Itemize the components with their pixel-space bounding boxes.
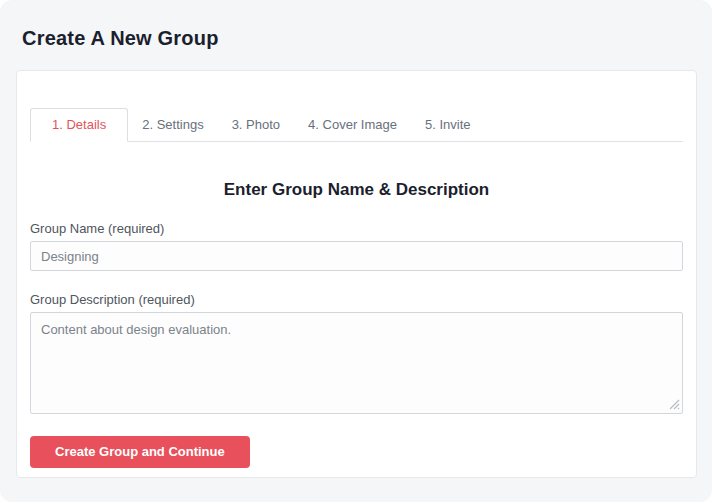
create-group-button[interactable]: Create Group and Continue (30, 436, 250, 468)
creation-steps-tabs: 1. Details 2. Settings 3. Photo 4. Cover… (30, 108, 683, 142)
tab-settings[interactable]: 2. Settings (128, 109, 217, 141)
group-name-input[interactable] (30, 241, 683, 271)
tab-invite[interactable]: 5. Invite (411, 109, 485, 141)
page-title: Create A New Group (22, 27, 219, 50)
group-name-label: Group Name (required) (30, 221, 683, 236)
group-create-card: 1. Details 2. Settings 3. Photo 4. Cover… (16, 70, 697, 478)
form-heading: Enter Group Name & Description (30, 180, 683, 200)
group-description-wrap: Content about design evaluation. (30, 312, 683, 414)
tab-photo[interactable]: 3. Photo (218, 109, 294, 141)
group-description-textarea[interactable]: Content about design evaluation. (30, 312, 683, 414)
resize-grip-icon[interactable] (669, 399, 680, 410)
group-create-panel: Create A New Group 1. Details 2. Setting… (0, 0, 712, 502)
tab-details[interactable]: 1. Details (30, 108, 128, 142)
group-description-label: Group Description (required) (30, 292, 683, 307)
tab-cover-image[interactable]: 4. Cover Image (294, 109, 411, 141)
